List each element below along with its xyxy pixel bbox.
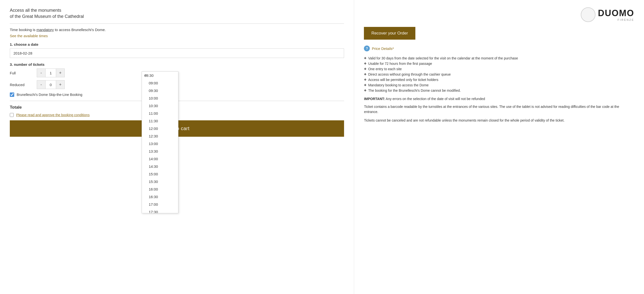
time-option[interactable]: 09:00 <box>142 79 178 87</box>
recover-order-button[interactable]: Recover your Order <box>364 27 415 40</box>
time-option[interactable]: 12:30 <box>142 132 178 140</box>
full-decrement-button[interactable]: - <box>37 69 45 77</box>
important-notice: IMPORTANT: Any errors on the selection o… <box>364 97 634 101</box>
mandatory-notice: Time booking is mandatory to access Brun… <box>10 28 344 32</box>
time-option[interactable]: 16:00 <box>142 185 178 193</box>
reduced-label: Reduced <box>10 83 37 87</box>
time-option[interactable]: 17:30 <box>142 208 178 213</box>
time-option[interactable]: 17:00 <box>142 201 178 208</box>
full-increment-button[interactable]: + <box>56 69 64 77</box>
price-details-row: ? Price Details* <box>364 45 634 51</box>
dome-checkbox[interactable] <box>10 92 14 97</box>
section-title: Access all the monuments of the Great Mu… <box>10 7 344 19</box>
date-input[interactable] <box>10 48 344 58</box>
see-times-link[interactable]: See the available times <box>10 34 48 38</box>
feature-item: One entry to each site <box>364 67 634 71</box>
dome-checkbox-label[interactable]: Brunelleschi's Dome Skip-the-Line Bookin… <box>17 93 82 97</box>
tickets-label: 3. number of tickets <box>10 62 344 67</box>
feature-item: Valid for 30 days from the date selected… <box>364 56 634 60</box>
time-option[interactable]: 15:30 <box>142 178 178 185</box>
time-dropdown[interactable]: 08:3009:0009:3010:0010:3011:0011:3012:00… <box>142 71 178 213</box>
reduced-increment-button[interactable]: + <box>56 80 64 89</box>
time-option[interactable]: 14:30 <box>142 163 178 170</box>
full-value: 1 <box>45 69 56 77</box>
feature-item: Access will be permitted only for ticket… <box>364 78 634 82</box>
question-badge-icon: ? <box>364 45 370 51</box>
full-label: Full <box>10 71 37 75</box>
feature-item: Usable for 72 hours from the first passa… <box>364 62 634 66</box>
time-option[interactable]: 13:00 <box>142 140 178 147</box>
time-option[interactable]: 11:00 <box>142 110 178 117</box>
feature-item: The booking for the Brunelleschi's Dome … <box>364 89 634 92</box>
approve-label[interactable]: Please read and approve the booking cond… <box>16 113 90 117</box>
reduced-value: 0 <box>45 80 56 89</box>
features-list: Valid for 30 days from the date selected… <box>364 56 634 92</box>
info-barcode: Ticket contains a barcode readable by th… <box>364 104 634 115</box>
price-details-link[interactable]: Price Details* <box>372 46 394 51</box>
approve-checkbox[interactable] <box>10 113 14 117</box>
time-option[interactable]: 10:30 <box>142 102 178 110</box>
time-option[interactable]: 16:30 <box>142 193 178 201</box>
time-option[interactable]: 12:00 <box>142 125 178 132</box>
time-option[interactable]: 13:30 <box>142 147 178 155</box>
time-option[interactable]: 14:00 <box>142 155 178 163</box>
reduced-stepper: - 0 + <box>37 80 65 89</box>
time-option[interactable]: 15:00 <box>142 170 178 178</box>
left-panel: Access all the monuments of the Great Mu… <box>0 0 354 294</box>
logo-sub: FIRENZE <box>598 18 634 21</box>
approve-link[interactable]: Please read and approve the booking cond… <box>16 113 90 117</box>
time-option[interactable]: 08:30 <box>142 72 178 79</box>
full-stepper: - 1 + <box>37 68 65 77</box>
logo-circle-icon <box>581 7 596 22</box>
time-option[interactable]: 11:30 <box>142 117 178 125</box>
date-label: 1. choose a date <box>10 42 344 46</box>
divider-top <box>10 23 344 24</box>
reduced-decrement-button[interactable]: - <box>37 80 45 89</box>
time-option[interactable]: 09:30 <box>142 87 178 94</box>
feature-item: Direct access without going through the … <box>364 72 634 76</box>
time-option[interactable]: 10:00 <box>142 94 178 102</box>
logo-block: DUOMO FIRENZE <box>598 8 634 21</box>
logo-text: DUOMO <box>598 8 634 18</box>
right-panel: DUOMO FIRENZE Recover your Order ? Price… <box>354 0 644 294</box>
info-refund: Tickets cannot be canceled and are not r… <box>364 118 634 123</box>
logo-area: DUOMO FIRENZE <box>364 7 634 22</box>
feature-item: Mandatory booking to access the Dome <box>364 83 634 87</box>
